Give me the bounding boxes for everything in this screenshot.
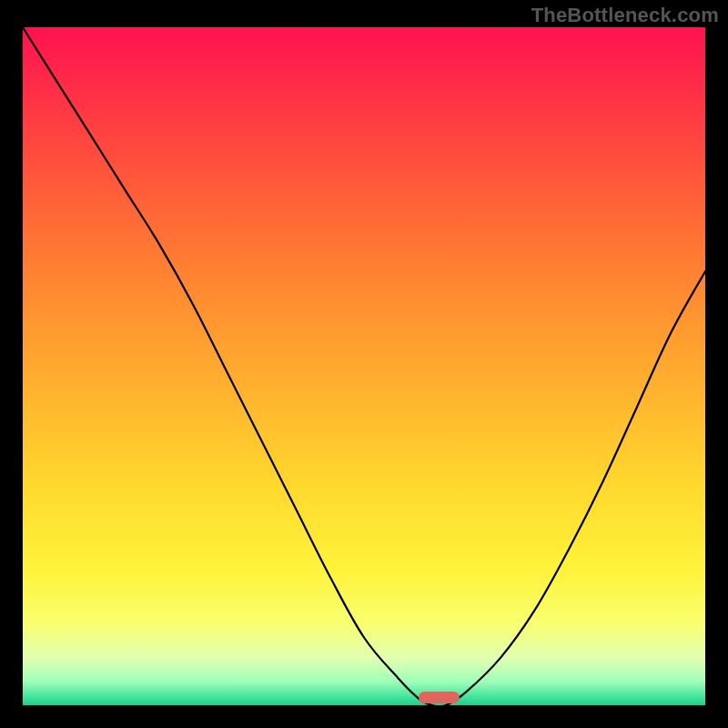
- watermark-text: TheBottleneck.com: [531, 4, 719, 27]
- gradient-background: [23, 27, 705, 705]
- optimal-marker: [419, 692, 460, 703]
- plot-area: [23, 27, 705, 705]
- chart-svg: [23, 27, 705, 705]
- chart-container: TheBottleneck.com: [0, 0, 728, 728]
